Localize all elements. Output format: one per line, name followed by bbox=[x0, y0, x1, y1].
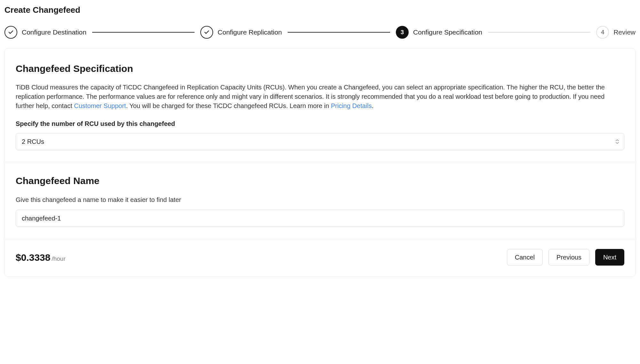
name-title: Changefeed Name bbox=[16, 174, 624, 188]
spec-desc-text: . You will be charged for these TiCDC ch… bbox=[126, 102, 331, 109]
checkmark-icon bbox=[200, 26, 213, 39]
rcu-select-value: 2 RCUs bbox=[22, 137, 44, 146]
form-card: Changefeed Specification TiDB Cloud meas… bbox=[4, 48, 636, 277]
stepper: Configure Destination Configure Replicat… bbox=[4, 25, 636, 48]
step-number-icon: 4 bbox=[596, 26, 609, 39]
step-review[interactable]: 4 Review bbox=[596, 26, 636, 39]
step-label: Configure Specification bbox=[413, 27, 482, 37]
step-configure-replication[interactable]: Configure Replication bbox=[200, 26, 282, 39]
step-connector bbox=[92, 32, 195, 33]
step-label: Review bbox=[613, 27, 636, 37]
footer-actions: Cancel Previous Next bbox=[507, 249, 624, 266]
name-sublabel: Give this changefeed a name to make it e… bbox=[16, 195, 624, 205]
step-label: Configure Destination bbox=[22, 27, 86, 37]
rcu-select[interactable]: 2 RCUs bbox=[16, 133, 624, 150]
price-unit: /hour bbox=[52, 254, 65, 264]
spec-desc-text: . bbox=[372, 102, 374, 109]
customer-support-link[interactable]: Customer Support bbox=[74, 102, 126, 109]
step-connector bbox=[288, 32, 390, 33]
step-configure-destination[interactable]: Configure Destination bbox=[4, 26, 86, 39]
step-label: Configure Replication bbox=[218, 27, 282, 37]
price-amount: $0.3338 bbox=[16, 250, 50, 265]
price-display: $0.3338 /hour bbox=[16, 250, 66, 265]
cancel-button[interactable]: Cancel bbox=[507, 249, 543, 266]
checkmark-icon bbox=[4, 26, 17, 39]
footer-bar: $0.3338 /hour Cancel Previous Next bbox=[5, 240, 635, 276]
previous-button[interactable]: Previous bbox=[548, 249, 589, 266]
spec-section: Changefeed Specification TiDB Cloud meas… bbox=[5, 49, 635, 162]
name-section: Changefeed Name Give this changefeed a n… bbox=[5, 162, 635, 240]
step-configure-specification[interactable]: 3 Configure Specification bbox=[396, 26, 482, 39]
step-connector bbox=[488, 32, 590, 33]
page-title: Create Changefeed bbox=[4, 4, 636, 16]
changefeed-name-input[interactable] bbox=[16, 210, 624, 227]
spec-title: Changefeed Specification bbox=[16, 61, 624, 76]
spec-description: TiDB Cloud measures the capacity of TiCD… bbox=[16, 83, 624, 111]
pricing-details-link[interactable]: Pricing Details bbox=[331, 102, 372, 109]
step-number-icon: 3 bbox=[396, 26, 409, 39]
next-button[interactable]: Next bbox=[595, 249, 624, 266]
rcu-field-label: Specify the number of RCU used by this c… bbox=[16, 119, 624, 128]
